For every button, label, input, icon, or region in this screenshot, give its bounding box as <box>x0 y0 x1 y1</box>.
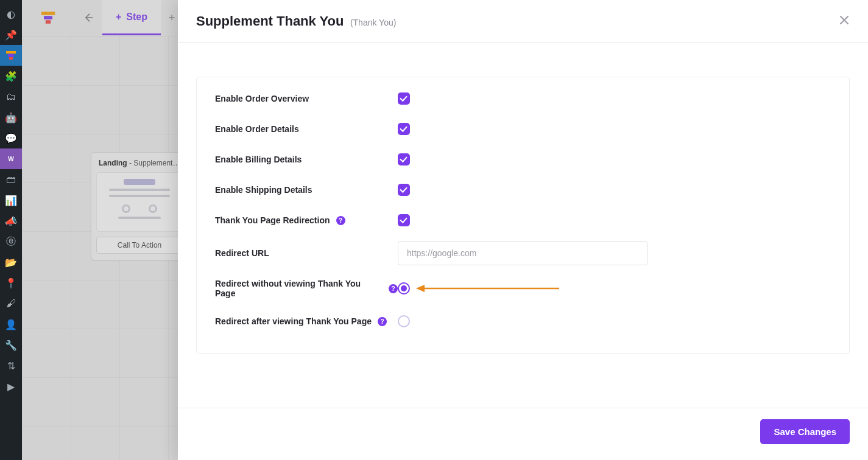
export-icon[interactable]: ⇅ <box>0 355 22 376</box>
radio-redirect-after-view[interactable] <box>398 315 410 327</box>
row-enable-shipping-details: Enable Shipping Details <box>215 175 831 205</box>
checkbox-enable-order-details[interactable] <box>398 123 410 135</box>
input-redirect-url[interactable] <box>398 241 647 265</box>
close-button[interactable] <box>839 13 850 29</box>
plugin-icon[interactable]: 🧩 <box>0 66 22 86</box>
row-redirect-url: Redirect URL <box>215 235 831 271</box>
pin2-icon[interactable]: 📍 <box>0 273 22 293</box>
checkbox-enable-order-overview[interactable] <box>398 92 410 105</box>
checkbox-enable-billing-details[interactable] <box>398 153 410 166</box>
brush-icon[interactable]: 🖌 <box>0 293 22 314</box>
label-redirect-url: Redirect URL <box>215 248 398 258</box>
label-thank-you-redirection: Thank You Page Redirection ? <box>215 215 398 225</box>
row-thank-you-redirection: Thank You Page Redirection ? <box>215 205 831 235</box>
robot-icon[interactable]: 🤖 <box>0 107 22 128</box>
stats-icon[interactable]: 📊 <box>0 190 22 211</box>
svg-marker-1 <box>416 285 425 292</box>
help-icon[interactable]: ? <box>389 284 398 293</box>
label-enable-order-details: Enable Order Details <box>215 124 398 134</box>
radio-redirect-without-view[interactable] <box>398 282 410 294</box>
play-icon[interactable]: ▶ <box>0 376 22 397</box>
megaphone-icon[interactable]: 📣 <box>0 211 22 231</box>
elementor-icon[interactable]: ⓔ <box>0 231 22 252</box>
settings-card: Enable Order Overview Enable Order Detai… <box>196 77 850 354</box>
funnel-icon[interactable] <box>0 45 22 66</box>
annotation-arrow <box>416 284 559 293</box>
settings-panel: Supplement Thank You (Thank You) Enable … <box>178 0 868 460</box>
library-icon[interactable]: 🗂 <box>0 86 22 107</box>
checkbox-thank-you-redirection[interactable] <box>398 214 410 226</box>
pin-icon[interactable]: 📌 <box>0 24 22 45</box>
archive-icon[interactable]: 🗃 <box>0 169 22 190</box>
panel-body: Enable Order Overview Enable Order Detai… <box>178 43 868 408</box>
checkbox-enable-shipping-details[interactable] <box>398 184 410 196</box>
row-enable-order-details: Enable Order Details <box>215 114 831 144</box>
label-redirect-without-view: Redirect without viewing Thank You Page … <box>215 279 398 298</box>
wrench-icon[interactable]: 🔧 <box>0 335 22 355</box>
folder-icon[interactable]: 📂 <box>0 252 22 273</box>
label-enable-shipping-details: Enable Shipping Details <box>215 185 398 195</box>
panel-subtitle: (Thank You) <box>350 18 397 27</box>
user-icon[interactable]: 👤 <box>0 314 22 335</box>
close-icon <box>839 15 850 26</box>
help-icon[interactable]: ? <box>336 216 345 225</box>
row-redirect-without-view: Redirect without viewing Thank You Page … <box>215 271 831 306</box>
row-enable-order-overview: Enable Order Overview <box>215 83 831 114</box>
admin-sidebar: ◐ 📌 🧩 🗂 🤖 💬 W 🗃 📊 📣 ⓔ 📂 📍 🖌 👤 🔧 ⇅ ▶ <box>0 0 22 460</box>
label-enable-order-overview: Enable Order Overview <box>215 94 398 103</box>
label-redirect-after-view: Redirect after viewing Thank You Page ? <box>215 316 398 326</box>
dashboard-icon[interactable]: ◐ <box>0 4 22 24</box>
row-enable-billing-details: Enable Billing Details <box>215 144 831 175</box>
comment-icon[interactable]: 💬 <box>0 128 22 148</box>
woo-icon[interactable]: W <box>0 148 22 169</box>
panel-footer: Save Changes <box>178 408 868 460</box>
panel-title: Supplement Thank You <box>196 13 344 29</box>
funnel-canvas: + Step + Landing - Supplement La… Call T… <box>22 0 868 460</box>
save-button[interactable]: Save Changes <box>760 419 850 444</box>
panel-header: Supplement Thank You (Thank You) <box>178 0 868 43</box>
help-icon[interactable]: ? <box>378 317 387 326</box>
label-enable-billing-details: Enable Billing Details <box>215 155 398 164</box>
row-redirect-after-view: Redirect after viewing Thank You Page ? <box>215 306 831 336</box>
